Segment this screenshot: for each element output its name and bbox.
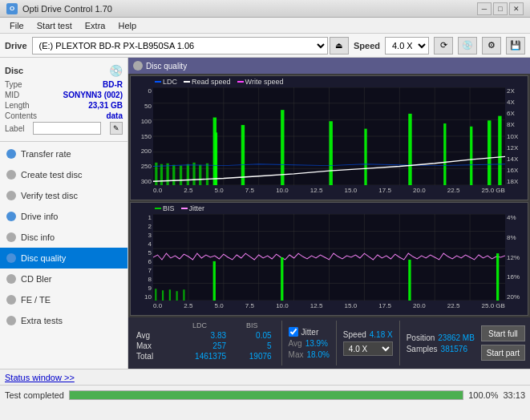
disc-icon-btn[interactable]: 💿 [458, 37, 477, 55]
read-speed-dot [184, 81, 190, 83]
start-full-button[interactable]: Start full [481, 325, 525, 341]
top-chart: LDC Read speed Write speed 300 250 200 [130, 75, 528, 200]
titlebar-left: O Opti Drive Control 1.70 [6, 3, 112, 14]
menu-extra[interactable]: Extra [79, 19, 112, 32]
read-speed-label: Read speed [192, 78, 231, 86]
stats-total-row: Total 1461375 19076 [133, 351, 275, 361]
svg-rect-23 [199, 165, 201, 185]
avg-ldc: 3.83 [170, 330, 229, 341]
elapsed-time: 33:13 [503, 390, 525, 400]
status-text: Test completed [5, 390, 64, 400]
svg-rect-33 [470, 127, 472, 185]
speed-select[interactable]: 4.0 X 2.0 X 8.0 X [385, 37, 429, 55]
max-ldc: 257 [170, 341, 229, 351]
bottom-chart-x-axis: 0.0 2.5 5.0 7.5 10.0 12.5 15.0 17.5 20.0… [153, 301, 505, 315]
close-button[interactable]: ✕ [509, 2, 524, 15]
maximize-button[interactable]: □ [493, 2, 508, 15]
settings-button[interactable]: ⚙ [482, 37, 501, 55]
disc-contents-row: Contents data [5, 111, 123, 120]
svg-rect-59 [496, 253, 499, 301]
menu-start-test[interactable]: Start test [30, 19, 79, 32]
samples-label: Samples [407, 345, 438, 353]
disc-mid-key: MID [5, 91, 19, 99]
col-bis: BIS [229, 321, 275, 330]
chart-header-title: Disc quality [146, 62, 187, 71]
samples-val: 381576 [441, 345, 467, 353]
svg-rect-28 [281, 110, 284, 185]
start-part-button[interactable]: Start part [481, 345, 525, 361]
max-bis: 5 [229, 341, 275, 351]
sidebar-nav: Transfer rate Create test disc Verify te… [0, 142, 127, 333]
speed-label: Speed [354, 41, 380, 50]
svg-rect-19 [172, 165, 175, 185]
disc-length-key: Length [5, 101, 30, 110]
disc-length-row: Length 23,31 GB [5, 101, 123, 110]
sidebar-item-disc-quality[interactable]: Disc quality [0, 248, 127, 269]
svg-rect-20 [180, 166, 182, 185]
jitter-checkbox[interactable] [289, 327, 298, 337]
svg-rect-35 [498, 116, 501, 185]
disc-quality-icon [6, 253, 16, 263]
sidebar-item-drive-info[interactable]: Drive info [0, 206, 127, 227]
speed-row: Speed 4.18 X [343, 330, 393, 339]
label-input[interactable] [33, 122, 101, 135]
save-button[interactable]: 💾 [506, 37, 525, 55]
charts-container: LDC Read speed Write speed 300 250 200 [128, 74, 530, 317]
progress-bar-fill [70, 391, 463, 399]
disc-info-icon [6, 232, 16, 242]
status-window-button[interactable]: Status window >> [5, 373, 75, 382]
jitter-label: Jitter [301, 328, 319, 337]
disc-contents-key: Contents [5, 111, 37, 120]
disc-type-key: Type [5, 80, 22, 89]
eject-button[interactable]: ⏏ [330, 37, 349, 55]
disc-mid-val: SONYNN3 (002) [63, 91, 123, 99]
disc-type-val: BD-R [103, 80, 123, 89]
speed-section: Speed 4.18 X 4.0 X [336, 321, 393, 365]
menu-file[interactable]: File [3, 19, 30, 32]
stats-table: LDC BIS Avg 3.83 0.05 Max 257 5 Total [133, 321, 275, 365]
transfer-rate-icon [6, 149, 16, 159]
sidebar-item-verify-test-disc[interactable]: Verify test disc [0, 185, 127, 206]
svg-rect-30 [364, 129, 366, 185]
svg-rect-32 [443, 123, 446, 185]
svg-rect-55 [183, 289, 184, 301]
disc-section-label: Disc [5, 66, 23, 75]
position-row: Position 23862 MB [407, 333, 475, 342]
top-chart-y-left: 300 250 200 150 100 50 0 [131, 87, 153, 185]
sidebar-item-disc-info[interactable]: Disc info [0, 227, 127, 248]
refresh-button[interactable]: ⟳ [434, 37, 453, 55]
stats-max-row: Max 257 5 [133, 341, 275, 351]
disc-quality-label: Disc quality [21, 253, 66, 263]
titlebar-controls: ─ □ ✕ [477, 2, 524, 15]
disc-contents-val: data [106, 111, 123, 120]
svg-rect-26 [215, 132, 217, 185]
speed-val: 4.18 X [370, 330, 393, 339]
sidebar-item-create-test-disc[interactable]: Create test disc [0, 164, 127, 185]
drive-label: Drive [5, 41, 27, 50]
max-label: Max [133, 341, 170, 351]
speed-dropdown[interactable]: 4.0 X [343, 341, 393, 356]
bis-label: BIS [163, 204, 175, 212]
verify-test-disc-icon [6, 191, 16, 200]
drive-select[interactable]: (E:) PLEXTOR BD-R PX-LB950SA 1.06 [32, 37, 328, 55]
position-val: 23862 MB [438, 333, 475, 342]
extra-tests-label: Extra tests [21, 316, 63, 325]
label-edit-button[interactable]: ✎ [110, 122, 123, 135]
create-test-disc-icon [6, 170, 16, 180]
fe-te-label: FE / TE [21, 295, 51, 305]
sidebar-item-transfer-rate[interactable]: Transfer rate [0, 143, 127, 164]
sidebar-item-fe-te[interactable]: FE / TE [0, 289, 127, 310]
sidebar-item-cd-bler[interactable]: CD Bler [0, 269, 127, 289]
drive-info-icon [6, 212, 16, 221]
svg-rect-31 [408, 114, 411, 185]
menu-help[interactable]: Help [111, 19, 143, 32]
titlebar-title: Opti Drive Control 1.70 [22, 4, 112, 14]
svg-rect-52 [162, 290, 164, 301]
svg-rect-22 [192, 163, 195, 185]
sidebar-item-extra-tests[interactable]: Extra tests [0, 310, 127, 331]
disc-icon: 💿 [109, 64, 123, 77]
minimize-button[interactable]: ─ [477, 2, 492, 15]
bottom-chart-y-left: 10 9 8 7 6 5 4 3 2 1 [131, 214, 153, 301]
bis-dot [155, 208, 161, 209]
titlebar: O Opti Drive Control 1.70 ─ □ ✕ [0, 0, 530, 18]
